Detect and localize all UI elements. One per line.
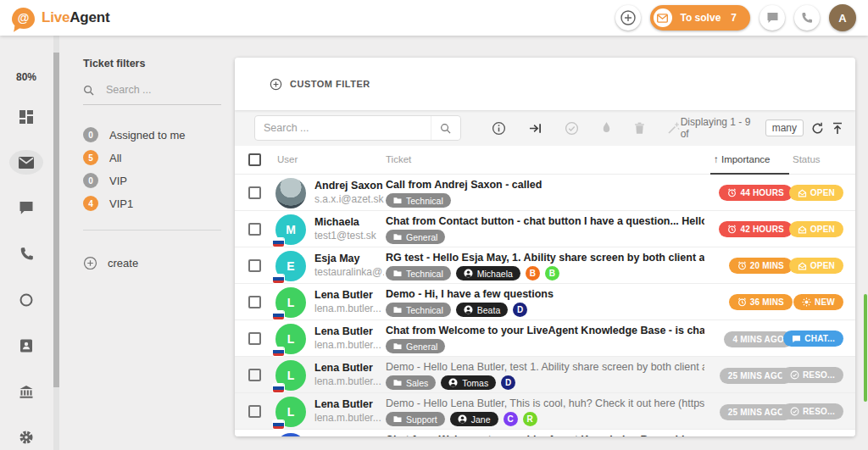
logo-agent: Agent bbox=[70, 9, 109, 25]
resolve-icon[interactable] bbox=[565, 121, 579, 136]
page-size-selector[interactable]: many bbox=[765, 119, 804, 136]
create-filter-button[interactable]: create bbox=[83, 256, 221, 270]
ticket-info[interactable]: Call from Andrej Saxon - calledTechnical bbox=[386, 179, 704, 208]
row-checkbox[interactable] bbox=[248, 296, 261, 308]
to-solve-button[interactable]: To solve 7 bbox=[650, 5, 750, 31]
ticket-info[interactable]: Demo - Hi, I have a few questionsTechnic… bbox=[386, 288, 704, 317]
merge-icon[interactable] bbox=[667, 121, 681, 135]
ticket-list-card: CUSTOM FILTER Displaying 1 - 9 of many U… bbox=[235, 58, 855, 436]
scrollbar-thumb[interactable] bbox=[53, 53, 59, 387]
ticket-row[interactable]: Andrej Saxons.a.x.i@azet.skCall from And… bbox=[235, 175, 855, 211]
participant-badge[interactable]: B bbox=[526, 266, 540, 281]
reports-icon bbox=[19, 292, 34, 308]
sidebar-item-chats[interactable] bbox=[9, 196, 43, 220]
chat-widget-tab[interactable] bbox=[864, 294, 867, 402]
participant-badge[interactable]: C bbox=[504, 412, 518, 426]
ticket-title[interactable]: Chat from Welcome to your LiveAgent Know… bbox=[386, 434, 704, 436]
ticket-row[interactable]: MMichaelatest1@test.skChat from Contact … bbox=[235, 211, 855, 247]
search-button[interactable] bbox=[431, 116, 460, 140]
sidebar-item-reports[interactable] bbox=[9, 288, 43, 313]
row-checkbox[interactable] bbox=[248, 332, 261, 345]
user-letter-avatar: L bbox=[275, 397, 306, 427]
info-icon[interactable] bbox=[492, 121, 506, 136]
importance-badge: 42 HOURS bbox=[719, 221, 793, 237]
agent-tag[interactable]: Jane bbox=[450, 412, 498, 426]
delete-icon[interactable] bbox=[634, 122, 645, 135]
user-name: Andrej Saxon bbox=[314, 180, 384, 192]
row-checkbox[interactable] bbox=[248, 186, 261, 199]
column-status[interactable]: Status bbox=[793, 154, 821, 164]
sidebar-item-portal[interactable] bbox=[9, 380, 43, 404]
filter-item-assigned-to-me[interactable]: 0Assigned to me bbox=[83, 127, 221, 142]
ticket-row[interactable]: LLena Butlerlena.m.butler...Demo - Hello… bbox=[235, 393, 855, 430]
participant-badge[interactable]: D bbox=[513, 303, 527, 317]
ticket-info[interactable]: Chat from Welcome to your LiveAgent Know… bbox=[386, 325, 704, 353]
ticket-title[interactable]: RG test - Hello Esja May, 1. Ability sha… bbox=[386, 252, 704, 264]
user-avatar[interactable]: A bbox=[829, 4, 856, 31]
participant-badge[interactable]: D bbox=[501, 375, 515, 390]
refresh-icon[interactable] bbox=[811, 122, 824, 135]
department-tag[interactable]: Support bbox=[386, 412, 445, 426]
filter-item-vip[interactable]: 0VIP bbox=[83, 173, 221, 188]
sidebar-scrollbar[interactable] bbox=[53, 36, 59, 450]
column-ticket: Ticket bbox=[386, 154, 411, 164]
ticket-info[interactable]: RG test - Hello Esja May, 1. Ability sha… bbox=[386, 252, 704, 281]
agent-tag[interactable]: Tomas bbox=[441, 375, 496, 390]
chats-button[interactable] bbox=[760, 5, 785, 31]
add-button[interactable] bbox=[615, 5, 641, 31]
scroll-top-icon[interactable] bbox=[832, 122, 843, 135]
ticket-title[interactable]: Demo - Hello Lena Butler, test 1. Abilit… bbox=[386, 361, 704, 373]
ticket-search[interactable] bbox=[254, 115, 461, 141]
agent-tag[interactable]: Michaela bbox=[456, 266, 520, 281]
liveagent-logo[interactable]: @ LiveAgent bbox=[12, 8, 109, 29]
select-all-checkbox[interactable] bbox=[248, 153, 261, 166]
ticket-info[interactable]: Demo - Hello Lena Butler, test 1. Abilit… bbox=[386, 361, 704, 390]
department-tag[interactable]: Sales bbox=[386, 375, 436, 390]
sidebar-item-settings[interactable] bbox=[9, 425, 43, 450]
ticket-row[interactable]: LLena Butlerlena.m.butler...Chat from We… bbox=[235, 320, 855, 357]
row-checkbox[interactable] bbox=[248, 405, 261, 418]
custom-filter-tab[interactable]: CUSTOM FILTER bbox=[270, 78, 370, 91]
ticket-row[interactable]: JJohnGorden H...Chat from Welcome to you… bbox=[235, 430, 855, 436]
user-email: lena.m.butler... bbox=[314, 339, 384, 351]
department-tag[interactable]: General bbox=[386, 230, 445, 244]
filter-item-vip1[interactable]: 4VIP1 bbox=[83, 196, 221, 211]
sidebar-item-dashboard[interactable] bbox=[9, 104, 43, 129]
sidebar-item-calls[interactable] bbox=[9, 242, 43, 266]
department-tag[interactable]: Technical bbox=[386, 303, 451, 317]
agent-tag[interactable]: Beata bbox=[456, 303, 508, 317]
participant-badge[interactable]: B bbox=[545, 266, 559, 281]
row-checkbox[interactable] bbox=[248, 223, 261, 236]
ticket-title[interactable]: Demo - Hi, I have a few questions bbox=[386, 288, 704, 300]
ticket-title[interactable]: Demo - Hello Lena Butler, This is cool, … bbox=[386, 397, 704, 409]
ticket-row[interactable]: EEsja Maytestauralinka@...RG test - Hell… bbox=[235, 247, 855, 284]
ticket-search-input[interactable] bbox=[255, 116, 431, 140]
ticket-title[interactable]: Chat from Contact button - chat button I… bbox=[386, 215, 704, 227]
filter-list: 0Assigned to me5All0VIP4VIP1 bbox=[83, 127, 221, 211]
ticket-row[interactable]: LLena Butlerlena.m.butler...Demo - Hello… bbox=[235, 357, 855, 393]
chats-icon bbox=[19, 201, 34, 215]
transfer-icon[interactable] bbox=[528, 122, 542, 135]
participant-badge[interactable]: R bbox=[523, 412, 537, 426]
ticket-title[interactable]: Chat from Welcome to your LiveAgent Know… bbox=[386, 325, 704, 336]
ticket-info[interactable]: Demo - Hello Lena Butler, This is cool, … bbox=[386, 397, 704, 426]
spam-icon[interactable] bbox=[601, 121, 612, 135]
table-header: User Ticket ↑ Importance Status bbox=[235, 146, 855, 175]
ticket-info[interactable]: Chat from Contact button - chat button I… bbox=[386, 215, 704, 244]
filter-item-all[interactable]: 5All bbox=[83, 150, 221, 165]
filters-search-input[interactable] bbox=[104, 83, 201, 97]
sidebar-item-tickets[interactable] bbox=[9, 150, 43, 175]
row-checkbox[interactable] bbox=[248, 369, 261, 381]
ticket-row[interactable]: LLena Butlerlena.m.butler...Demo - Hi, I… bbox=[235, 284, 855, 320]
column-importance[interactable]: ↑ Importance bbox=[714, 154, 770, 164]
department-tag[interactable]: General bbox=[386, 339, 445, 353]
calls-button[interactable] bbox=[794, 5, 820, 31]
sidebar-item-contacts[interactable] bbox=[9, 334, 43, 358]
ticket-title[interactable]: Call from Andrej Saxon - called bbox=[386, 179, 704, 191]
row-checkbox[interactable] bbox=[248, 259, 261, 272]
user-letter-avatar: J bbox=[275, 433, 306, 436]
ticket-info[interactable]: Chat from Welcome to your LiveAgent Know… bbox=[386, 434, 704, 436]
filters-search[interactable] bbox=[83, 83, 221, 105]
department-tag[interactable]: Technical bbox=[386, 266, 451, 281]
department-tag[interactable]: Technical bbox=[386, 193, 451, 208]
